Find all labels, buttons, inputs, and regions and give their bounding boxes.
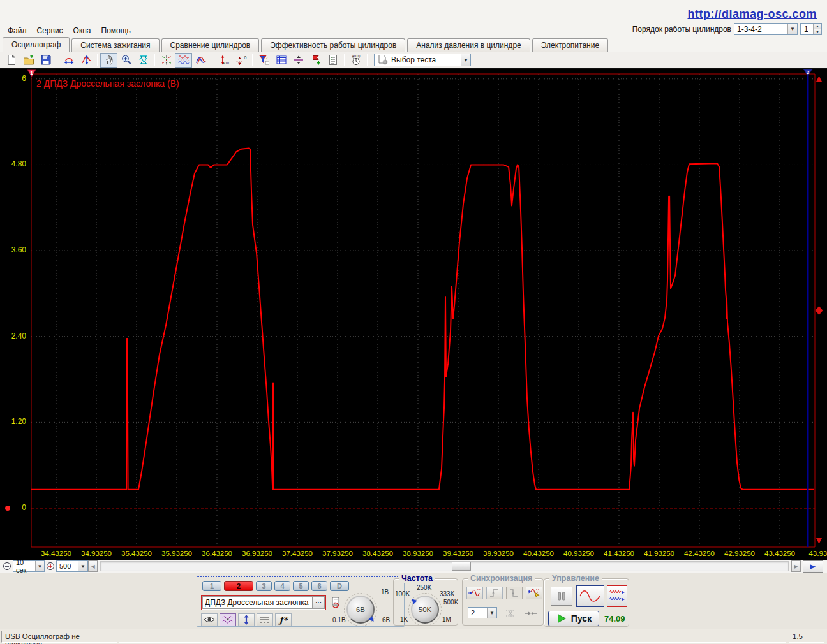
y-tick-label: 6: [0, 74, 29, 83]
start-button[interactable]: Пуск: [548, 611, 599, 626]
volt-knob-value: 6В: [356, 606, 365, 613]
multi-wave-button[interactable]: [607, 585, 627, 607]
signal-name-input[interactable]: [202, 596, 312, 609]
table-button[interactable]: [272, 53, 290, 68]
chart-scrollbar[interactable]: [100, 561, 789, 571]
channel-4-button[interactable]: 4: [274, 581, 290, 591]
tab-1[interactable]: Осциллограф: [3, 37, 70, 52]
scroll-left-button[interactable]: ◀: [88, 560, 98, 572]
auto-meter-button[interactable]: AUTO: [347, 53, 364, 68]
signal-bounds-button[interactable]: [135, 53, 152, 68]
pause-icon: [555, 590, 568, 602]
x-tick-label: 36.93250: [237, 550, 277, 557]
toolbar-separator: [97, 54, 98, 66]
menu-item-2[interactable]: Сервис: [32, 25, 68, 36]
channel-6-button[interactable]: 6: [311, 581, 327, 591]
y-tick-label: 1.20: [0, 417, 29, 426]
points-select[interactable]: 500 ▼: [56, 560, 88, 572]
autoscale-button[interactable]: [238, 613, 255, 626]
x-tick-label: 43.43250: [760, 550, 800, 557]
edge-falling-button[interactable]: [506, 587, 523, 599]
open-file-button[interactable]: [20, 53, 37, 68]
test-select[interactable]: Выбор теста ▼: [374, 54, 471, 66]
hand-tool-button[interactable]: [100, 53, 117, 68]
channel-5-button[interactable]: 5: [293, 581, 309, 591]
zoom-in-button[interactable]: [117, 53, 135, 68]
sync-level-icon[interactable]: [503, 608, 518, 618]
chevron-down-icon[interactable]: ▼: [487, 608, 496, 618]
two-waves-icon: [195, 54, 207, 66]
channel-1-button[interactable]: 1: [202, 581, 221, 591]
fit-horizontal-button[interactable]: [60, 53, 77, 68]
auto-amplitude-icon: AUTO: [218, 54, 230, 66]
chevron-down-icon[interactable]: ▼: [461, 54, 470, 66]
timebase-select[interactable]: 10 сек ▼: [13, 560, 45, 572]
scroll-play-button[interactable]: [803, 560, 823, 573]
control-title: Управление: [549, 574, 602, 583]
cylinder-spinner[interactable]: 1 ▲▼: [800, 23, 822, 35]
x-tick-label: 42.43250: [680, 550, 719, 557]
tab-4[interactable]: Эффективность работы цилиндров: [261, 38, 405, 52]
x-tick-label: 41.43250: [599, 550, 639, 557]
sync-channel-select[interactable]: 2 ▼: [468, 607, 497, 618]
scroll-right-button[interactable]: ▶: [791, 560, 801, 572]
frequency-knob[interactable]: 50K: [411, 596, 439, 624]
chevron-down-icon[interactable]: ▼: [35, 561, 44, 571]
sync-arrows-icon[interactable]: [524, 608, 538, 618]
play-blue-icon: [808, 563, 818, 571]
auto-amplitude-button[interactable]: AUTO: [215, 53, 232, 68]
function-button[interactable]: ƒ*: [275, 613, 292, 626]
signal-more-button[interactable]: ···: [312, 596, 325, 609]
x-tick-label: 38.43250: [358, 550, 398, 557]
zoom-in-icon: [121, 54, 132, 66]
chevron-down-icon[interactable]: ▼: [787, 24, 797, 34]
chevron-down-icon[interactable]: ▼: [78, 561, 87, 571]
menu-item-4[interactable]: Помощь: [96, 25, 136, 36]
tab-6[interactable]: Электропитание: [532, 38, 608, 52]
fit-vertical-button[interactable]: [77, 53, 94, 68]
multi-waves-button[interactable]: [175, 53, 192, 68]
firing-order-select[interactable]: 1-3-4-2 ▼: [734, 23, 798, 35]
scrollbar-thumb[interactable]: [452, 562, 471, 571]
volt-scale-label: 1В: [381, 589, 389, 596]
tab-2[interactable]: Система зажигания: [71, 38, 159, 52]
zoom-in-points-icon[interactable]: [46, 562, 55, 571]
filter-button[interactable]: 7: [255, 53, 272, 68]
zero-level-button[interactable]: 0: [232, 53, 250, 68]
add-flag-button[interactable]: [307, 53, 324, 68]
single-wave-button[interactable]: [576, 585, 604, 607]
waves-cross-button[interactable]: [158, 53, 175, 68]
open-file-icon: [23, 54, 34, 66]
site-url[interactable]: http://diamag-osc.com: [687, 8, 817, 21]
sync-cursor-button[interactable]: [526, 587, 542, 599]
pause-button[interactable]: [551, 587, 572, 606]
line-style-button[interactable]: [257, 613, 273, 626]
channel-panel: 123456D ··· ƒ* 1В 0.1В 6В 6В: [197, 576, 405, 627]
menu-item-1[interactable]: Файл: [3, 25, 32, 36]
channel-3-button[interactable]: 3: [256, 581, 272, 591]
oscillogram-canvas[interactable]: 12: [0, 69, 827, 560]
menu-item-3[interactable]: Окна: [68, 25, 96, 36]
sync-slope-button[interactable]: [466, 587, 483, 599]
multi-waves-icon: [178, 54, 190, 66]
channel-2-button[interactable]: 2: [224, 581, 253, 591]
tab-3[interactable]: Сравнение цилиндров: [161, 38, 260, 52]
new-file-button[interactable]: [3, 53, 20, 68]
play-icon: [556, 613, 567, 624]
two-waves-button[interactable]: [192, 53, 209, 68]
tab-5[interactable]: Анализ давления в цилиндре: [407, 38, 530, 52]
y-tick-label: 2.40: [0, 332, 29, 340]
zoom-out-time-icon[interactable]: [3, 562, 11, 571]
svg-text:0: 0: [244, 55, 246, 60]
edge-rising-button[interactable]: [486, 587, 503, 599]
spinner-arrows-icon[interactable]: ▲▼: [813, 24, 821, 34]
points-value: 500: [59, 562, 71, 570]
volt-range-knob[interactable]: 6В: [346, 596, 375, 624]
plot-area[interactable]: 12 2 ДПДЗ Дроссельная заслонка (В) 64.80…: [0, 69, 827, 560]
waveform-mode-button[interactable]: [220, 613, 236, 626]
divider-button[interactable]: [290, 53, 307, 68]
report-button[interactable]: [324, 53, 341, 68]
save-file-button[interactable]: [37, 53, 54, 68]
x-tick-label: 40.93250: [559, 550, 599, 557]
visibility-button[interactable]: [201, 613, 218, 626]
